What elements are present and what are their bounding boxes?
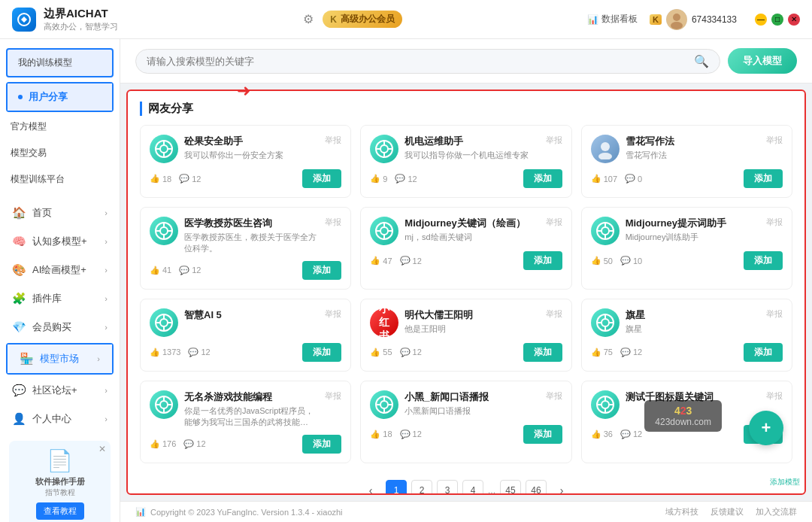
card-report-button[interactable]: 举报 [325,135,341,146]
sidebar-item-training[interactable]: 模型训练平台 [0,166,120,193]
card-icon [150,308,178,337]
page-2-button[interactable]: 2 [411,480,432,493]
add-model-button[interactable]: 添加 [744,251,783,270]
add-model-fab[interactable]: + [749,411,783,445]
card-report-button[interactable]: 举报 [766,217,783,228]
user-share-label: 用户分享 [29,90,68,104]
sidebar-item-my-train[interactable]: 我的训练模型 [8,50,112,76]
footer-link-feedback[interactable]: 反馈建议 [710,506,744,517]
promo-btn[interactable]: 查看教程 [36,502,84,520]
win-max-button[interactable]: □ [771,14,783,26]
footer-link-company[interactable]: 域方科技 [665,506,698,517]
comments-stat: 💬 0 [625,174,642,184]
card-footer: 👍 75 💬 12 添加 [591,343,783,362]
card-report-button[interactable]: 举报 [325,308,341,320]
footer-link-group[interactable]: 加入交流群 [756,506,797,517]
sidebar-item-cognition[interactable]: 🧠 认知多模型+ › [0,227,120,256]
card-report-button[interactable]: 举报 [546,135,562,146]
add-model-button[interactable]: 添加 [302,343,341,362]
sidebar-item-trade[interactable]: 模型交易 [0,140,120,166]
like-icon: 👍 [150,347,160,357]
card-stats: 👍 75 💬 12 [591,347,643,357]
card-report-button[interactable]: 举报 [766,390,783,402]
next-page-button[interactable]: › [551,480,572,493]
sidebar-item-user-share[interactable]: 用户分享 [8,83,112,111]
win-close-button[interactable]: ✕ [788,14,800,26]
community-label: 社区论坛+ [32,384,77,397]
import-model-button[interactable]: 导入模型 [728,48,797,74]
model-card: 砼果安全助手 我可以帮你出一份安全方案 举报 👍 18 💬 12 添加 [140,125,351,198]
sidebar-item-membership-left: 💎 会员购买 [12,320,71,334]
sidebar-item-drawing-left: 🎨 AI绘画模型+ [12,263,86,277]
card-report-button[interactable]: 举报 [325,217,341,228]
comments-count: 12 [413,429,422,439]
data-board[interactable]: 📊 数据看板 [587,13,638,26]
add-model-button[interactable]: 添加 [523,251,562,270]
comment-icon: 💬 [620,347,631,357]
page-1-button[interactable]: 1 [386,480,407,493]
plugins-chevron: › [105,294,108,303]
card-header: 小黑_新闻口语播报 小黑新闻口语播报 举报 [370,390,562,419]
win-min-button[interactable]: — [755,14,767,26]
add-model-button[interactable]: 添加 [302,169,341,188]
comments-stat: 💬 10 [620,256,642,266]
sidebar-item-market[interactable]: 🏪 模型市场 › [8,344,112,373]
likes-stat: 👍 1373 [150,347,180,357]
card-header: 砼果安全助手 我可以帮你出一份安全方案 举报 [150,135,341,163]
add-model-button[interactable]: 添加 [523,169,562,188]
likes-count: 41 [162,266,171,275]
like-icon: 👍 [591,347,601,357]
sidebar-item-plugins[interactable]: 🧩 插件库 › [0,284,120,313]
app-logo [12,8,36,32]
footer-copyright-wrap: 📊 Copyright © 2023 YuFangInc. Version 1.… [135,507,343,517]
page-3-button[interactable]: 3 [437,480,458,493]
card-report-button[interactable]: 举报 [766,135,783,146]
sidebar-item-membership[interactable]: 💎 会员购买 › [0,313,120,341]
search-icon[interactable]: 🔍 [694,54,709,68]
card-footer: 👍 41 💬 12 添加 [150,261,341,280]
likes-count: 50 [604,256,613,266]
sidebar-item-drawing[interactable]: 🎨 AI绘画模型+ › [0,256,120,284]
svg-point-43 [601,319,609,326]
card-footer: 👍 50 💬 10 添加 [591,251,783,270]
add-model-button[interactable]: 添加 [523,425,562,444]
sidebar-item-profile[interactable]: 👤 个人中心 › [0,405,120,433]
svg-point-16 [601,142,610,151]
card-icon [591,135,620,163]
sidebar-bottom: ✕ 📄 软件操作手册 指节教程 查看教程 🤖 多模型+时代，尽在边界AIchat… [0,433,120,522]
title-bar-left: 边界AICHAT 高效办公，智慧学习 [12,7,118,32]
add-model-button[interactable]: 添加 [744,343,783,362]
likes-stat: 👍 107 [591,174,617,184]
card-header: 雪花写作法 雪花写作法 举报 [591,135,783,163]
card-desc: Midjourney训练助手 [626,232,760,243]
page-45-button[interactable]: 45 [500,480,521,493]
card-report-button[interactable]: 举报 [546,308,562,320]
gear-icon[interactable]: ⚙ [303,12,314,26]
page-4-button[interactable]: 4 [462,480,483,493]
add-model-button[interactable]: 添加 [302,261,341,280]
likes-count: 1373 [162,347,180,357]
card-report-button[interactable]: 举报 [766,308,783,320]
prev-page-button[interactable]: ‹ [360,480,381,493]
promo-close-button[interactable]: ✕ [98,444,106,454]
like-icon: 👍 [370,174,380,184]
official-label: 官方模型 [11,120,47,133]
card-report-button[interactable]: 举报 [546,217,562,228]
add-model-button[interactable]: 添加 [302,435,341,454]
card-report-button[interactable]: 举报 [546,390,562,402]
section-title: 网友分享 [140,102,792,116]
app-subtitle: 高效办公，智慧学习 [44,21,118,32]
card-report-button[interactable]: 举报 [325,390,341,402]
sidebar-item-community[interactable]: 💬 社区论坛+ › [0,376,120,405]
model-card: 智慧AI 5 举报 👍 1373 💬 12 添加 [140,299,351,372]
likes-stat: 👍 41 [150,266,171,275]
sidebar-item-home[interactable]: 🏠 首页 › [0,199,120,227]
sidebar-item-official[interactable]: 官方模型 [0,114,120,140]
like-icon: 👍 [370,429,380,439]
likes-stat: 👍 36 [591,429,613,439]
card-icon [150,217,178,245]
page-46-button[interactable]: 46 [526,480,547,493]
search-input[interactable] [147,56,688,67]
add-model-button[interactable]: 添加 [523,343,562,362]
add-model-button[interactable]: 添加 [744,169,783,188]
